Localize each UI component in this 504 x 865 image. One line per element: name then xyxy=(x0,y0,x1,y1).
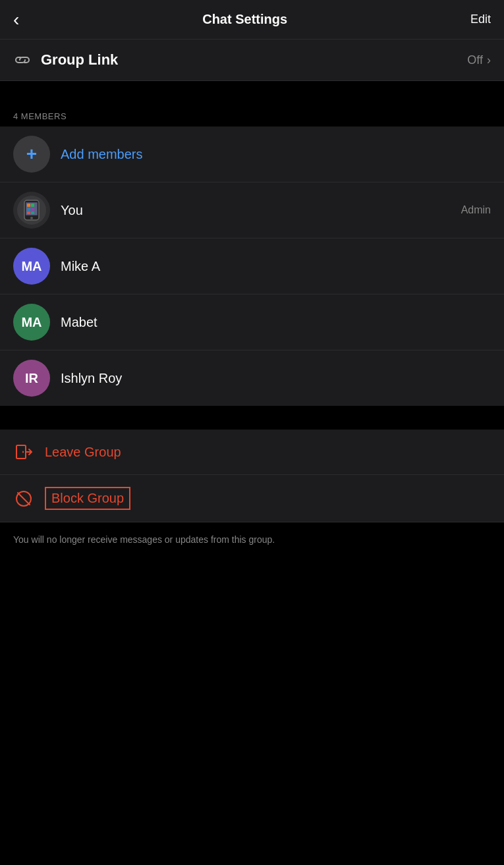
group-link-row[interactable]: Group Link Off › xyxy=(0,40,504,81)
member-name-mike-a: Mike A xyxy=(61,259,491,274)
block-group-icon xyxy=(13,488,34,509)
header: ‹ Chat Settings Edit xyxy=(0,0,504,40)
member-list: + Add members You A xyxy=(0,126,504,406)
svg-rect-10 xyxy=(27,211,30,214)
page-title: Chat Settings xyxy=(19,12,470,27)
section-separator-bottom xyxy=(0,406,504,430)
members-header: 4 MEMBERS xyxy=(0,105,504,126)
svg-rect-8 xyxy=(27,208,30,211)
member-name-ishlyn-roy: Ishlyn Roy xyxy=(61,371,491,386)
member-name-mabet: Mabet xyxy=(61,315,491,330)
add-members-button[interactable]: + Add members xyxy=(0,126,504,182)
add-members-label: Add members xyxy=(61,147,143,162)
block-group-button[interactable]: Block Group xyxy=(0,475,504,522)
leave-group-button[interactable]: Leave Group xyxy=(0,430,504,475)
member-role-you: Admin xyxy=(461,204,491,216)
footer-description: You will no longer receive messages or u… xyxy=(0,522,504,557)
svg-rect-9 xyxy=(31,208,34,211)
member-row-mabet[interactable]: MA Mabet xyxy=(0,294,504,350)
avatar-mike-a: MA xyxy=(13,248,50,285)
add-members-avatar: + xyxy=(13,136,50,173)
svg-rect-6 xyxy=(31,204,34,207)
avatar-ishlyn-roy: IR xyxy=(13,360,50,397)
back-button[interactable]: ‹ xyxy=(13,11,19,29)
svg-point-4 xyxy=(30,217,33,219)
svg-rect-12 xyxy=(16,445,26,459)
member-name-you: You xyxy=(61,203,461,218)
block-group-highlight: Block Group xyxy=(45,487,130,510)
leave-group-icon xyxy=(13,441,34,462)
group-link-label: Group Link xyxy=(41,51,467,69)
avatar-you xyxy=(13,192,50,229)
member-row-ishlyn-roy[interactable]: IR Ishlyn Roy xyxy=(0,350,504,406)
group-link-chevron: › xyxy=(487,53,491,67)
member-row-mike-a[interactable]: MA Mike A xyxy=(0,238,504,294)
member-row-you[interactable]: You Admin xyxy=(0,182,504,238)
action-section: Leave Group Block Group xyxy=(0,430,504,522)
svg-line-15 xyxy=(18,493,30,505)
edit-button[interactable]: Edit xyxy=(470,13,491,26)
section-separator-top xyxy=(0,81,504,105)
block-group-label: Block Group xyxy=(51,491,124,505)
link-icon xyxy=(13,54,32,66)
avatar-mabet: MA xyxy=(13,304,50,341)
svg-rect-11 xyxy=(31,211,34,214)
leave-group-label: Leave Group xyxy=(45,445,121,460)
group-link-status: Off xyxy=(467,53,483,67)
svg-rect-13 xyxy=(22,451,24,453)
svg-rect-5 xyxy=(27,204,30,207)
